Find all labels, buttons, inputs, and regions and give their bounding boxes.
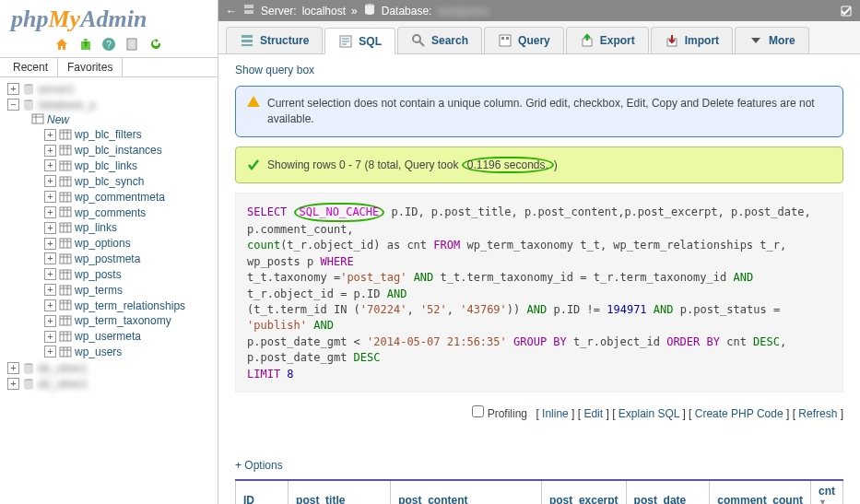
expand-icon[interactable]: + — [44, 175, 56, 187]
server-label: Server: — [261, 5, 297, 18]
top-tabs: Structure SQL Search Query Export Import… — [218, 21, 860, 54]
table-item[interactable]: wp_options — [75, 237, 131, 250]
reload-icon[interactable] — [148, 37, 163, 52]
col-post-date[interactable]: post_date — [626, 480, 710, 504]
database-item[interactable]: db_other2 — [38, 378, 88, 391]
expand-icon[interactable]: + — [44, 159, 56, 171]
expand-icon[interactable]: + — [44, 268, 56, 280]
expand-icon[interactable]: + — [44, 315, 56, 327]
svg-point-30 — [413, 35, 420, 42]
svg-rect-8 — [60, 161, 71, 170]
sql-no-cache-highlight: SQL_NO_CACHE — [294, 203, 385, 222]
table-icon — [59, 144, 72, 157]
db-tree: +server1 −database_a New +wp_blc_filters… — [0, 77, 218, 392]
table-item[interactable]: wp_term_relationships — [75, 299, 185, 311]
favorites-tab[interactable]: Favorites — [57, 58, 123, 76]
expand-icon[interactable]: + — [44, 346, 56, 357]
table-header-row: ID post_title post_content post_excerpt … — [236, 480, 843, 504]
tab-search[interactable]: Search — [397, 27, 482, 53]
table-item[interactable]: wp_usermeta — [75, 330, 141, 343]
expand-icon[interactable]: + — [44, 206, 56, 218]
expand-icon[interactable]: + — [44, 299, 56, 311]
svg-text:?: ? — [106, 40, 112, 50]
col-cnt[interactable]: cnt▼1 — [810, 480, 842, 504]
table-item[interactable]: wp_comments — [75, 205, 146, 218]
tab-import[interactable]: Import — [651, 27, 733, 53]
breadcrumb-separator: » — [351, 5, 358, 18]
expand-icon[interactable]: + — [44, 284, 56, 296]
svg-rect-33 — [506, 37, 509, 40]
table-item[interactable]: wp_links — [75, 221, 117, 234]
home-icon[interactable] — [54, 37, 69, 52]
table-item[interactable]: wp_blc_instances — [75, 144, 162, 157]
expand-icon[interactable]: + — [44, 191, 56, 203]
collapse-icon[interactable]: − — [7, 99, 19, 111]
edit-link[interactable]: Edit — [583, 407, 603, 420]
table-item[interactable]: wp_blc_filters — [75, 128, 142, 141]
warning-icon — [247, 96, 260, 107]
expand-icon[interactable]: + — [7, 362, 19, 374]
col-post-title[interactable]: post_title — [289, 480, 391, 504]
navigation-sidebar: phpMyAdmin ? Recent Favorites +server1 −… — [0, 0, 218, 504]
show-query-box-link[interactable]: Show query box — [235, 64, 314, 76]
logout-icon[interactable] — [78, 37, 93, 52]
svg-rect-7 — [60, 146, 71, 155]
svg-rect-9 — [60, 177, 71, 186]
table-item[interactable]: wp_terms — [75, 284, 123, 297]
page-settings-icon[interactable] — [840, 5, 853, 18]
expand-icon[interactable]: + — [7, 83, 19, 95]
success-text: Showing rows 0 - 7 (8 total, Query took … — [267, 157, 558, 173]
recent-favorites-tabs: Recent Favorites — [0, 57, 218, 77]
database-item[interactable]: database_a — [38, 99, 96, 111]
tab-structure[interactable]: Structure — [226, 27, 323, 53]
col-post-content[interactable]: post_content — [391, 480, 542, 504]
expand-icon[interactable]: + — [44, 238, 56, 250]
new-table-link[interactable]: New — [47, 112, 69, 125]
col-post-excerpt[interactable]: post_excerpt — [541, 480, 626, 504]
table-item[interactable]: wp_postmeta — [75, 252, 140, 265]
expand-icon[interactable]: + — [44, 331, 56, 343]
table-item[interactable]: wp_term_taxonomy — [75, 314, 171, 327]
database-icon — [22, 99, 35, 111]
server-name[interactable]: localhost — [302, 5, 346, 18]
query-actions: Profiling [ Inline ] [ Edit ] [ Explain … — [235, 400, 843, 431]
table-item[interactable]: wp_blc_synch — [75, 175, 144, 188]
svg-rect-27 — [242, 40, 253, 42]
table-item[interactable]: wp_commentmeta — [75, 191, 165, 204]
new-table-icon — [31, 112, 44, 125]
nav-toggle-icon[interactable]: ← — [226, 5, 237, 18]
sql-docs-icon[interactable] — [124, 37, 139, 52]
explain-sql-link[interactable]: Explain SQL — [618, 407, 679, 420]
tab-sql[interactable]: SQL — [324, 28, 395, 54]
database-name[interactable]: wordpress — [437, 5, 488, 18]
refresh-link[interactable]: Refresh — [798, 407, 837, 420]
timing-highlight: 0.1196 seconds. — [462, 157, 554, 173]
tab-more[interactable]: More — [735, 27, 809, 53]
options-toggle[interactable]: + Options — [235, 459, 283, 472]
expand-icon[interactable]: + — [7, 378, 19, 390]
col-comment-count[interactable]: comment_count — [710, 480, 811, 504]
database-item[interactable]: server1 — [38, 83, 75, 96]
recent-tab[interactable]: Recent — [4, 58, 57, 76]
table-icon — [59, 159, 72, 172]
table-icon — [59, 314, 72, 327]
profiling-checkbox[interactable] — [472, 405, 484, 417]
tab-query[interactable]: Query — [484, 27, 564, 53]
expand-icon[interactable]: + — [44, 252, 56, 264]
expand-icon[interactable]: + — [44, 222, 56, 234]
svg-rect-12 — [60, 223, 71, 232]
expand-icon[interactable]: + — [44, 129, 56, 141]
database-icon — [22, 362, 35, 375]
expand-icon[interactable]: + — [44, 145, 56, 157]
create-php-link[interactable]: Create PHP Code — [695, 407, 783, 420]
svg-rect-23 — [244, 5, 253, 8]
table-item[interactable]: wp_posts — [75, 268, 122, 281]
inline-link[interactable]: Inline — [542, 407, 569, 420]
table-item[interactable]: wp_blc_links — [75, 159, 137, 172]
tab-export[interactable]: Export — [566, 27, 649, 53]
database-item[interactable]: db_other1 — [38, 362, 88, 375]
col-id[interactable]: ID — [236, 480, 289, 504]
table-item[interactable]: wp_users — [75, 346, 122, 358]
docs-icon[interactable]: ? — [101, 37, 116, 52]
table-icon — [59, 284, 72, 297]
